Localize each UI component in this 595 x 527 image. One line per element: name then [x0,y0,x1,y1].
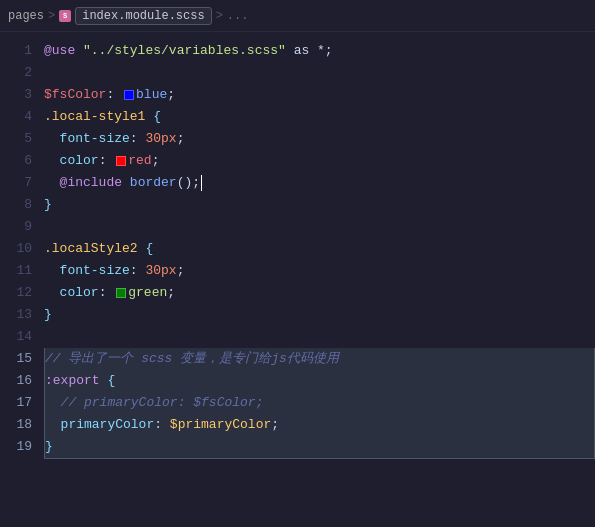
scss-icon: S [59,10,71,22]
line-num-6: 6 [0,150,32,172]
breadcrumb-sep1: > [48,9,55,23]
line-num-7: 7 [0,172,32,194]
tab-bar: pages > S index.module.scss > ... [0,0,595,32]
token: { [145,238,153,260]
token: green [128,282,167,304]
line-num-1: 1 [0,40,32,62]
code-line-14 [44,326,595,348]
code-line-16: :export { [44,370,595,392]
token: { [107,370,115,392]
code-line-19: } [44,436,595,459]
line-num-4: 4 [0,106,32,128]
line-num-12: 12 [0,282,32,304]
code-content[interactable]: @use "../styles/variables.scss" as *; $f… [40,32,595,527]
token: .local-style1 [44,106,153,128]
token: color [60,282,99,304]
color-swatch-blue [124,90,134,100]
token: .localStyle2 [44,238,145,260]
token: 30px [145,128,176,150]
line-num-11: 11 [0,260,32,282]
line-num-9: 9 [0,216,32,238]
code-line-17: // primaryColor: $fsColor; [44,392,595,414]
token: : [99,150,115,172]
code-line-8: } [44,194,595,216]
code-line-15: // 导出了一个 scss 变量，是专门给js代码使用 [44,348,595,370]
token: ; [271,414,279,436]
breadcrumb-sep2: > [216,9,223,23]
token: : [106,84,122,106]
code-line-4: .local-style1 { [44,106,595,128]
token: @include [60,172,130,194]
line-num-8: 8 [0,194,32,216]
code-area: 1 2 3 4 5 6 7 8 9 10 11 12 13 14 15 16 1… [0,32,595,527]
line-num-18: 18 [0,414,32,436]
code-line-9 [44,216,595,238]
line-num-19: 19 [0,436,32,458]
token: font-size [60,128,130,150]
token: blue [136,84,167,106]
line-num-14: 14 [0,326,32,348]
token: "../styles/variables.scss" [83,40,286,62]
color-swatch-green [116,288,126,298]
token: primaryColor [61,414,155,436]
token [44,282,60,304]
breadcrumb-pages: pages [8,9,44,23]
token: ; [177,128,185,150]
token: red [128,150,151,172]
token: 30px [145,260,176,282]
editor-container: pages > S index.module.scss > ... 1 2 3 … [0,0,595,527]
token [44,150,60,172]
breadcrumb: pages > S index.module.scss > ... [8,7,248,25]
token: color [60,150,99,172]
token [44,172,60,194]
token: :export [45,370,107,392]
file-name-label: index.module.scss [82,9,204,23]
line-num-15: 15 [0,348,32,370]
line-num-2: 2 [0,62,32,84]
token: // primaryColor: $fsColor; [61,392,264,414]
code-line-10: .localStyle2 { [44,238,595,260]
token: } [44,304,52,326]
line-numbers: 1 2 3 4 5 6 7 8 9 10 11 12 13 14 15 16 1… [0,32,40,527]
token: } [44,194,52,216]
line-num-17: 17 [0,392,32,414]
token: ; [167,282,175,304]
line-num-13: 13 [0,304,32,326]
line-num-3: 3 [0,84,32,106]
token [45,392,61,414]
breadcrumb-ellipsis: ... [227,9,249,23]
color-swatch-red [116,156,126,166]
line-num-16: 16 [0,370,32,392]
token: // 导出了一个 scss 变量，是专门给js代码使用 [45,348,339,370]
token: : [130,128,146,150]
token: border [130,172,177,194]
code-line-18: primaryColor: $primaryColor; [44,414,595,436]
token: : [130,260,146,282]
code-line-5: font-size: 30px; [44,128,595,150]
code-line-11: font-size: 30px; [44,260,595,282]
token: as *; [286,40,333,62]
line-num-10: 10 [0,238,32,260]
token: : [99,282,115,304]
token: ; [152,150,160,172]
token: $primaryColor [170,414,271,436]
token: ; [177,260,185,282]
token: } [45,436,53,458]
code-line-6: color: red; [44,150,595,172]
code-line-7: @include border(); [44,172,595,194]
token: $fsColor [44,84,106,106]
token [44,128,60,150]
token [45,414,61,436]
token: @use [44,40,83,62]
code-line-1: @use "../styles/variables.scss" as *; [44,40,595,62]
code-line-3: $fsColor: blue; [44,84,595,106]
token: ; [167,84,175,106]
token [44,260,60,282]
token: font-size [60,260,130,282]
breadcrumb-active-file[interactable]: index.module.scss [75,7,211,25]
token: : [154,414,170,436]
text-cursor [201,175,202,191]
code-line-12: color: green; [44,282,595,304]
code-line-2 [44,62,595,84]
code-line-13: } [44,304,595,326]
